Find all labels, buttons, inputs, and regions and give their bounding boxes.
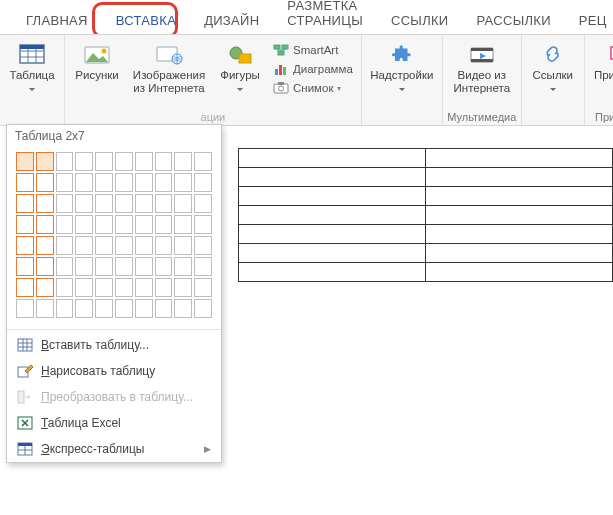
grid-cell[interactable] bbox=[95, 152, 113, 171]
grid-cell[interactable] bbox=[36, 173, 54, 192]
grid-cell[interactable] bbox=[75, 278, 93, 297]
grid-cell[interactable] bbox=[135, 236, 153, 255]
grid-cell[interactable] bbox=[16, 215, 34, 234]
excel-table-item[interactable]: Таблица Excel bbox=[7, 410, 221, 436]
grid-cell[interactable] bbox=[56, 173, 74, 192]
smartart-button[interactable]: SmartArt bbox=[271, 41, 355, 59]
grid-cell[interactable] bbox=[194, 257, 212, 276]
grid-cell[interactable] bbox=[194, 215, 212, 234]
grid-cell[interactable] bbox=[194, 278, 212, 297]
grid-cell[interactable] bbox=[135, 299, 153, 318]
grid-cell[interactable] bbox=[36, 194, 54, 213]
quick-tables-item[interactable]: Экспресс-таблицы ▶ bbox=[7, 436, 221, 462]
grid-cell[interactable] bbox=[95, 236, 113, 255]
grid-cell[interactable] bbox=[174, 152, 192, 171]
grid-cell[interactable] bbox=[155, 152, 173, 171]
tab-home[interactable]: ГЛАВНАЯ bbox=[12, 7, 102, 34]
table-grid-picker[interactable] bbox=[7, 147, 221, 327]
grid-cell[interactable] bbox=[16, 257, 34, 276]
grid-cell[interactable] bbox=[115, 152, 133, 171]
grid-cell[interactable] bbox=[56, 194, 74, 213]
online-video-button[interactable]: Видео из Интернета bbox=[449, 39, 515, 94]
grid-cell[interactable] bbox=[75, 173, 93, 192]
grid-cell[interactable] bbox=[36, 299, 54, 318]
grid-cell[interactable] bbox=[115, 236, 133, 255]
grid-cell[interactable] bbox=[135, 194, 153, 213]
grid-cell[interactable] bbox=[56, 278, 74, 297]
grid-cell[interactable] bbox=[56, 257, 74, 276]
grid-cell[interactable] bbox=[194, 152, 212, 171]
grid-cell[interactable] bbox=[155, 194, 173, 213]
grid-cell[interactable] bbox=[75, 299, 93, 318]
grid-cell[interactable] bbox=[135, 173, 153, 192]
grid-cell[interactable] bbox=[16, 236, 34, 255]
grid-cell[interactable] bbox=[155, 299, 173, 318]
grid-cell[interactable] bbox=[115, 278, 133, 297]
grid-cell[interactable] bbox=[194, 299, 212, 318]
table-button[interactable]: Таблица bbox=[6, 39, 58, 97]
grid-cell[interactable] bbox=[115, 299, 133, 318]
grid-cell[interactable] bbox=[95, 299, 113, 318]
grid-cell[interactable] bbox=[75, 215, 93, 234]
grid-cell[interactable] bbox=[174, 173, 192, 192]
grid-cell[interactable] bbox=[135, 152, 153, 171]
grid-cell[interactable] bbox=[135, 215, 153, 234]
grid-cell[interactable] bbox=[95, 194, 113, 213]
grid-cell[interactable] bbox=[95, 278, 113, 297]
insert-table-item[interactable]: Вставить таблицу... bbox=[7, 332, 221, 358]
grid-cell[interactable] bbox=[75, 152, 93, 171]
grid-cell[interactable] bbox=[194, 173, 212, 192]
grid-cell[interactable] bbox=[95, 173, 113, 192]
tab-design[interactable]: ДИЗАЙН bbox=[190, 7, 273, 34]
grid-cell[interactable] bbox=[36, 278, 54, 297]
tab-insert[interactable]: ВСТАВКА bbox=[102, 7, 190, 34]
grid-cell[interactable] bbox=[36, 215, 54, 234]
comment-button[interactable]: Примечан bbox=[591, 39, 613, 82]
grid-cell[interactable] bbox=[155, 173, 173, 192]
grid-cell[interactable] bbox=[194, 194, 212, 213]
grid-cell[interactable] bbox=[174, 236, 192, 255]
grid-cell[interactable] bbox=[174, 257, 192, 276]
grid-cell[interactable] bbox=[115, 215, 133, 234]
addins-button[interactable]: Надстройки bbox=[368, 39, 436, 97]
grid-cell[interactable] bbox=[115, 173, 133, 192]
grid-cell[interactable] bbox=[174, 299, 192, 318]
draw-table-item[interactable]: Нарисовать таблицу bbox=[7, 358, 221, 384]
screenshot-button[interactable]: Снимок ▾ bbox=[271, 79, 355, 97]
tab-references[interactable]: ССЫЛКИ bbox=[377, 7, 463, 34]
grid-cell[interactable] bbox=[174, 215, 192, 234]
tab-page-layout[interactable]: РАЗМЕТКА СТРАНИЦЫ bbox=[273, 0, 377, 34]
grid-cell[interactable] bbox=[155, 215, 173, 234]
grid-cell[interactable] bbox=[95, 215, 113, 234]
shapes-button[interactable]: Фигуры bbox=[215, 39, 265, 97]
grid-cell[interactable] bbox=[16, 194, 34, 213]
grid-cell[interactable] bbox=[36, 257, 54, 276]
grid-cell[interactable] bbox=[56, 299, 74, 318]
grid-cell[interactable] bbox=[135, 257, 153, 276]
tab-review[interactable]: РЕЦ bbox=[565, 7, 613, 34]
tab-mailings[interactable]: РАССЫЛКИ bbox=[463, 7, 565, 34]
grid-cell[interactable] bbox=[16, 278, 34, 297]
grid-cell[interactable] bbox=[135, 278, 153, 297]
grid-cell[interactable] bbox=[174, 278, 192, 297]
grid-cell[interactable] bbox=[155, 236, 173, 255]
links-button[interactable]: Ссылки bbox=[528, 39, 578, 97]
grid-cell[interactable] bbox=[16, 299, 34, 318]
grid-cell[interactable] bbox=[75, 257, 93, 276]
grid-cell[interactable] bbox=[155, 278, 173, 297]
grid-cell[interactable] bbox=[56, 215, 74, 234]
grid-cell[interactable] bbox=[194, 236, 212, 255]
grid-cell[interactable] bbox=[56, 152, 74, 171]
grid-cell[interactable] bbox=[115, 257, 133, 276]
grid-cell[interactable] bbox=[75, 194, 93, 213]
grid-cell[interactable] bbox=[75, 236, 93, 255]
grid-cell[interactable] bbox=[174, 194, 192, 213]
online-pictures-button[interactable]: Изображения из Интернета bbox=[129, 39, 209, 94]
chart-button[interactable]: Диаграмма bbox=[271, 60, 355, 78]
grid-cell[interactable] bbox=[56, 236, 74, 255]
grid-cell[interactable] bbox=[95, 257, 113, 276]
grid-cell[interactable] bbox=[36, 152, 54, 171]
grid-cell[interactable] bbox=[16, 173, 34, 192]
grid-cell[interactable] bbox=[115, 194, 133, 213]
grid-cell[interactable] bbox=[36, 236, 54, 255]
